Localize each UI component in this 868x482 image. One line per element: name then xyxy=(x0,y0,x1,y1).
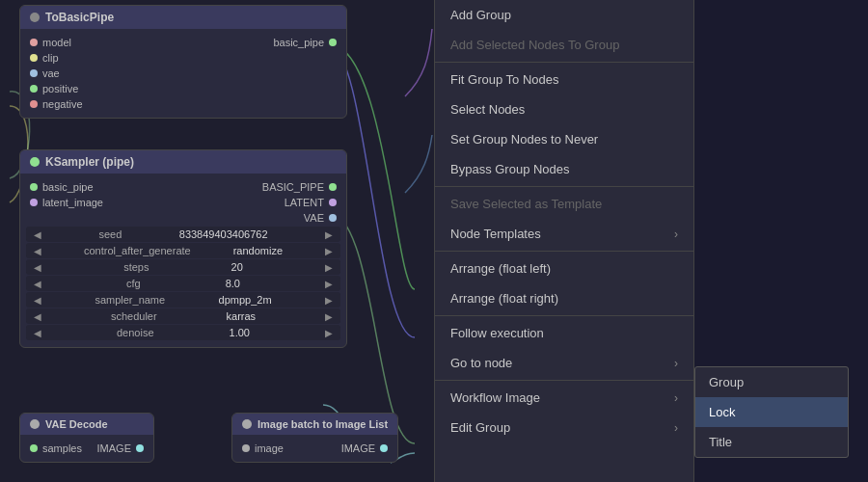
menu-separator-5 xyxy=(435,380,693,381)
menu-arrow-node-templates: › xyxy=(674,228,678,241)
port-row-basic-pipe-in: basic_pipe BASIC_PIPE xyxy=(20,179,346,195)
menu-label-bypass-group-nodes: Bypass Group Nodes xyxy=(450,162,570,176)
param-steps-value: 20 xyxy=(231,261,243,273)
menu-label-fit-group-to-nodes: Fit Group To Nodes xyxy=(450,72,558,87)
menu-item-edit-group[interactable]: Edit Group › xyxy=(435,413,693,442)
submenu-label-group: Group xyxy=(709,375,744,389)
menu-item-node-templates[interactable]: Node Templates › xyxy=(435,219,693,249)
port-label-clip: clip xyxy=(42,52,59,64)
param-seed-left-arrow[interactable]: ◀ xyxy=(34,229,41,240)
param-denoise-label: denoise xyxy=(117,327,154,338)
menu-separator-3 xyxy=(435,251,693,252)
submenu-item-title[interactable]: Title xyxy=(695,427,848,457)
menu-label-edit-group: Edit Group xyxy=(450,420,510,435)
submenu-item-lock[interactable]: Lock xyxy=(695,397,848,427)
param-sampler-name: ◀ sampler_name dpmpp_2m ▶ xyxy=(26,292,340,308)
menu-item-arrange-float-left[interactable]: Arrange (float left) xyxy=(435,254,693,283)
param-scheduler-value: karras xyxy=(227,310,257,322)
param-sampler-right-arrow[interactable]: ▶ xyxy=(325,295,333,306)
param-cag-left-arrow[interactable]: ◀ xyxy=(34,246,41,256)
port-label-basic-pipe-right: BASIC_PIPE xyxy=(262,181,324,193)
port-dot-image-in xyxy=(242,444,250,452)
menu-arrow-workflow-image: › xyxy=(674,391,678,405)
param-seed-label: seed xyxy=(98,228,122,240)
param-cfg-value: 8.0 xyxy=(226,278,240,289)
port-dot-vae-right xyxy=(329,214,337,222)
menu-item-set-group-nodes-to-never[interactable]: Set Group Nodes to Never xyxy=(435,124,693,154)
menu-separator-1 xyxy=(435,62,693,63)
node-image-batch: Image batch to Image List image IMAGE xyxy=(231,413,398,463)
menu-label-node-templates: Node Templates xyxy=(450,227,541,241)
port-dot-basic-pipe-right xyxy=(329,183,337,191)
param-seed-value: 833849403406762 xyxy=(179,228,268,240)
node-title-image-batch: Image batch to Image List xyxy=(258,418,388,430)
port-row-image-in: image IMAGE xyxy=(232,441,397,456)
port-label-image-list-out: IMAGE xyxy=(341,442,375,454)
menu-label-select-nodes: Select Nodes xyxy=(450,102,525,117)
param-sampler-left-arrow[interactable]: ◀ xyxy=(34,295,41,306)
menu-item-fit-group-to-nodes[interactable]: Fit Group To Nodes xyxy=(435,65,693,94)
port-dot-image-out xyxy=(136,444,144,452)
menu-item-bypass-group-nodes[interactable]: Bypass Group Nodes xyxy=(435,154,693,184)
menu-label-arrange-float-right: Arrange (float right) xyxy=(450,291,558,306)
menu-arrow-go-to-node: › xyxy=(674,357,678,370)
submenu-item-group[interactable]: Group xyxy=(695,367,848,397)
port-label-latent-image: latent_image xyxy=(42,197,103,208)
menu-item-add-group[interactable]: Add Group xyxy=(435,0,693,30)
port-dot-negative xyxy=(30,100,38,108)
param-steps-right-arrow[interactable]: ▶ xyxy=(325,262,333,273)
menu-label-set-group-nodes-to-never: Set Group Nodes to Never xyxy=(450,132,598,147)
node-dot-image-batch xyxy=(242,419,252,429)
menu-arrow-edit-group: › xyxy=(674,421,678,435)
menu-item-select-nodes[interactable]: Select Nodes xyxy=(435,94,693,124)
param-cfg-right-arrow[interactable]: ▶ xyxy=(325,279,333,289)
menu-label-workflow-image: Workflow Image xyxy=(450,390,540,405)
port-row-model: model basic_pipe xyxy=(20,35,346,50)
param-scheduler-left-arrow[interactable]: ◀ xyxy=(34,311,41,322)
node-title-ksampler: KSampler (pipe) xyxy=(45,155,134,169)
port-dot-image-list-out xyxy=(380,444,388,452)
param-scheduler-right-arrow[interactable]: ▶ xyxy=(325,311,333,322)
port-label-basic-pipe-out: basic_pipe xyxy=(273,37,324,48)
param-steps: ◀ steps 20 ▶ xyxy=(26,259,340,275)
node-body-to-basic-pipe: model basic_pipe clip vae xyxy=(20,29,346,118)
param-cfg-left-arrow[interactable]: ◀ xyxy=(34,279,41,289)
param-steps-label: steps xyxy=(123,261,149,273)
port-dot-basic-pipe-out xyxy=(329,39,337,46)
port-label-positive: positive xyxy=(42,83,78,94)
node-header-vae-decode: VAE Decode xyxy=(20,414,153,435)
param-steps-left-arrow[interactable]: ◀ xyxy=(34,262,41,273)
param-cfg-label: cfg xyxy=(126,278,141,289)
port-label-latent-right: LATENT xyxy=(285,197,324,208)
port-row-vae-right: VAE xyxy=(20,210,346,226)
node-header-image-batch: Image batch to Image List xyxy=(232,414,397,435)
param-seed-right-arrow[interactable]: ▶ xyxy=(325,229,333,240)
node-ksampler: KSampler (pipe) basic_pipe BASIC_PIPE la… xyxy=(19,149,347,348)
menu-label-go-to-node: Go to node xyxy=(450,356,512,370)
submenu-edit-group: Group Lock Title xyxy=(694,366,849,458)
menu-item-arrange-float-right[interactable]: Arrange (float right) xyxy=(435,283,693,313)
menu-item-save-selected-as-template: Save Selected as Template xyxy=(435,189,693,219)
submenu-label-title: Title xyxy=(709,435,732,449)
menu-item-workflow-image[interactable]: Workflow Image › xyxy=(435,383,693,413)
submenu-label-lock: Lock xyxy=(709,405,735,419)
port-label-samples: samples xyxy=(42,442,82,454)
menu-item-go-to-node[interactable]: Go to node › xyxy=(435,348,693,378)
port-dot-basic-pipe-in xyxy=(30,183,38,191)
node-header-ksampler: KSampler (pipe) xyxy=(20,150,346,174)
node-status-dot-ksampler xyxy=(30,157,40,167)
param-sampler-value: dpmpp_2m xyxy=(219,294,272,306)
param-sampler-label: sampler_name xyxy=(95,294,165,306)
param-denoise-left-arrow[interactable]: ◀ xyxy=(34,328,41,338)
param-cag-right-arrow[interactable]: ▶ xyxy=(325,246,333,256)
param-denoise: ◀ denoise 1.00 ▶ xyxy=(26,325,340,340)
port-row-samples: samples IMAGE xyxy=(20,441,153,456)
port-label-vae: vae xyxy=(42,67,60,79)
menu-label-arrange-float-left: Arrange (float left) xyxy=(450,261,551,276)
port-row-vae: vae xyxy=(20,66,346,81)
param-control-after-generate: ◀ control_after_generate randomize ▶ xyxy=(26,243,340,258)
menu-label-save-selected-as-template: Save Selected as Template xyxy=(450,197,602,211)
param-denoise-right-arrow[interactable]: ▶ xyxy=(325,328,333,338)
menu-item-follow-execution[interactable]: Follow execution xyxy=(435,318,693,348)
node-body-vae-decode: samples IMAGE xyxy=(20,435,153,462)
